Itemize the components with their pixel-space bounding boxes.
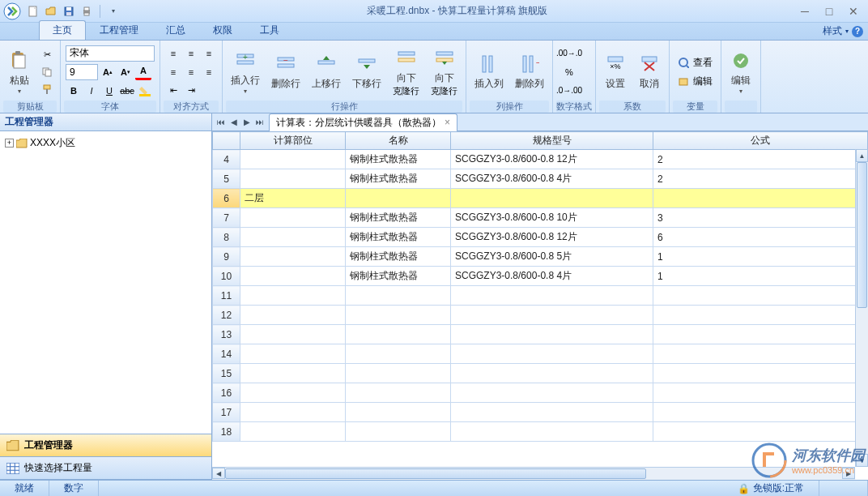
app-logo-icon[interactable]: [3, 2, 21, 20]
style-link[interactable]: 样式: [823, 24, 842, 38]
outdent-icon[interactable]: ⇤: [165, 83, 181, 99]
cell-name[interactable]: [346, 286, 451, 306]
insert-row-button[interactable]: +插入行▾: [226, 45, 265, 99]
edit-button[interactable]: 编辑▾: [725, 45, 757, 99]
row-number[interactable]: 16: [213, 383, 240, 403]
cell-dept[interactable]: [240, 422, 346, 442]
cell-dept[interactable]: [240, 150, 346, 169]
cell-formula[interactable]: 2: [653, 150, 868, 169]
cell-spec[interactable]: [451, 403, 653, 422]
row-number[interactable]: 8: [213, 228, 240, 247]
cell-dept[interactable]: [240, 267, 346, 286]
table-row[interactable]: 10钢制柱式散热器SCGGZY3-0.8/600-0.8 4片1: [213, 267, 868, 286]
row-number[interactable]: 5: [213, 169, 240, 189]
decrease-decimal-icon[interactable]: .00→.0: [558, 45, 581, 62]
vscroll-thumb[interactable]: [857, 162, 867, 308]
col-header-dept[interactable]: 计算部位: [240, 132, 346, 150]
paste-button[interactable]: 粘贴▾: [3, 45, 36, 99]
row-number[interactable]: 14: [213, 344, 240, 364]
move-row-up-button[interactable]: 上移行: [307, 45, 346, 99]
cell-spec[interactable]: [451, 325, 653, 344]
cell-formula[interactable]: [653, 306, 868, 325]
row-number[interactable]: 15: [213, 364, 240, 383]
var-edit-button[interactable]: 编辑: [674, 73, 716, 90]
table-row[interactable]: 12: [213, 306, 868, 325]
table-row[interactable]: 5钢制柱式散热器SCGGZY3-0.8/600-0.8 4片2: [213, 169, 868, 189]
cell-name[interactable]: [346, 422, 451, 442]
cell-name[interactable]: [346, 344, 451, 364]
scroll-right-icon[interactable]: ▶: [842, 468, 855, 479]
align-center-icon[interactable]: ≡: [183, 64, 199, 80]
cell-dept[interactable]: 二层: [240, 189, 346, 208]
font-color-icon[interactable]: A: [135, 64, 151, 80]
row-number[interactable]: 11: [213, 286, 240, 306]
cell-name[interactable]: [346, 364, 451, 383]
cell-spec[interactable]: [451, 422, 653, 442]
move-row-down-button[interactable]: 下移行: [347, 45, 386, 99]
sheet-tab-active[interactable]: 计算表：分层统计供暖器具（散热器） ×: [269, 113, 457, 131]
cut-icon[interactable]: ✂: [39, 47, 55, 63]
align-bottom-icon[interactable]: ≡: [201, 45, 217, 62]
horizontal-scrollbar[interactable]: ◀ ▶: [212, 467, 855, 480]
qat-dropdown-icon[interactable]: ▾: [106, 4, 121, 19]
row-number[interactable]: 10: [213, 267, 240, 286]
tab-project-mgmt[interactable]: 工程管理: [86, 20, 152, 40]
row-number[interactable]: 17: [213, 403, 240, 422]
cell-dept[interactable]: [240, 286, 346, 306]
tab-permission[interactable]: 权限: [199, 20, 246, 40]
cell-dept[interactable]: [240, 208, 346, 228]
table-row[interactable]: 14: [213, 344, 868, 364]
scroll-down-icon[interactable]: ▼: [856, 454, 868, 467]
row-number[interactable]: 12: [213, 306, 240, 325]
copy-icon[interactable]: [39, 64, 55, 80]
maximize-button[interactable]: □: [818, 4, 840, 19]
cell-name[interactable]: 钢制柱式散热器: [346, 247, 451, 267]
delete-row-button[interactable]: −删除行: [266, 45, 305, 99]
sheet-nav-prev-icon[interactable]: ◀: [228, 116, 240, 129]
cell-formula[interactable]: 1: [653, 247, 868, 267]
help-icon[interactable]: ?: [852, 26, 863, 37]
cell-name[interactable]: [346, 325, 451, 344]
cell-spec[interactable]: SCGGZY3-0.8/600-0.8 12片: [451, 228, 653, 247]
delete-col-button[interactable]: −删除列: [510, 45, 549, 99]
cell-formula[interactable]: [653, 383, 868, 403]
table-row[interactable]: 18: [213, 422, 868, 442]
table-row[interactable]: 16: [213, 383, 868, 403]
percent-icon[interactable]: %: [558, 64, 581, 80]
align-middle-icon[interactable]: ≡: [183, 45, 199, 62]
table-row[interactable]: 7钢制柱式散热器SCGGZY3-0.8/600-0.8 10片3: [213, 208, 868, 228]
cell-formula[interactable]: [653, 189, 868, 208]
cell-formula[interactable]: [653, 344, 868, 364]
insert-col-button[interactable]: 插入列: [470, 45, 508, 99]
cell-formula[interactable]: 1: [653, 267, 868, 286]
increase-decimal-icon[interactable]: .0→.00: [558, 83, 581, 99]
tab-summary[interactable]: 汇总: [152, 20, 199, 40]
cell-dept[interactable]: [240, 403, 346, 422]
col-header-name[interactable]: 名称: [346, 132, 451, 150]
row-number[interactable]: 4: [213, 150, 240, 169]
coef-cancel-button[interactable]: 取消: [633, 45, 666, 99]
var-view-button[interactable]: 查看: [674, 54, 716, 71]
new-file-icon[interactable]: [26, 4, 40, 19]
calculation-grid[interactable]: 计算部位 名称 规格型号 公式 4钢制柱式散热器SCGGZY3-0.8/600-…: [212, 131, 868, 442]
cell-name[interactable]: [346, 383, 451, 403]
sheet-nav-next-icon[interactable]: ▶: [241, 116, 253, 129]
vertical-scrollbar[interactable]: ▲ ▼: [855, 149, 868, 467]
cell-spec[interactable]: SCGGZY3-0.8/600-0.8 12片: [451, 150, 653, 169]
cell-name[interactable]: [346, 403, 451, 422]
cell-dept[interactable]: [240, 169, 346, 189]
row-number[interactable]: 9: [213, 247, 240, 267]
cell-name[interactable]: 钢制柱式散热器: [346, 267, 451, 286]
cell-name[interactable]: [346, 306, 451, 325]
cell-spec[interactable]: SCGGZY3-0.8/600-0.8 10片: [451, 208, 653, 228]
corner-cell[interactable]: [213, 132, 240, 150]
cell-formula[interactable]: [653, 286, 868, 306]
tree-root-node[interactable]: + XXXX小区: [3, 135, 208, 152]
cell-formula[interactable]: [653, 325, 868, 344]
font-name-select[interactable]: [66, 45, 155, 62]
table-row[interactable]: 13: [213, 325, 868, 344]
cell-dept[interactable]: [240, 247, 346, 267]
hscroll-thumb[interactable]: [225, 468, 646, 479]
align-top-icon[interactable]: ≡: [165, 45, 181, 62]
font-size-select[interactable]: [66, 64, 98, 80]
